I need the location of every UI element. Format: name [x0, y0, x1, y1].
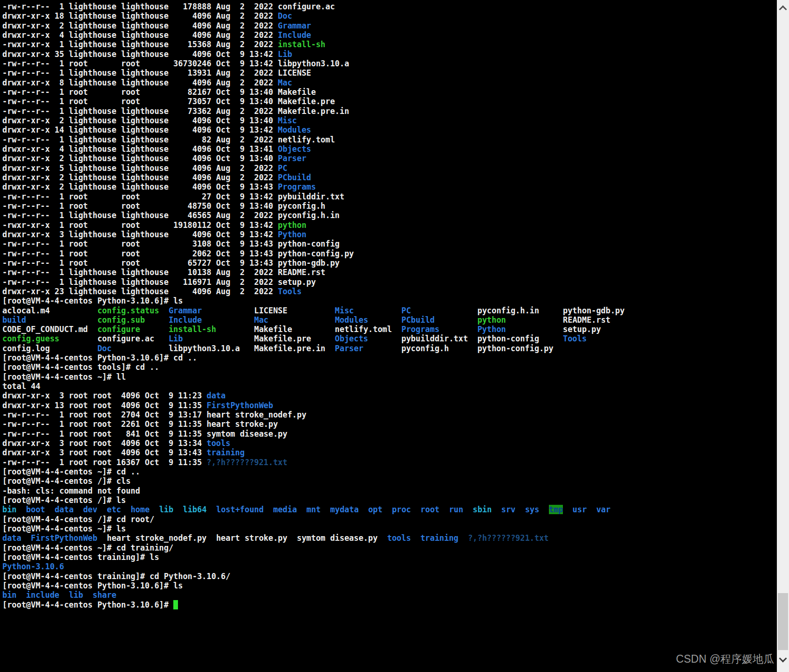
chevron-down-icon[interactable]: [779, 655, 787, 663]
terminal-line: [root@VM-4-4-centos ~]# cd ..: [2, 467, 625, 476]
terminal-line: aclocal.m4 config.status Grammar LICENSE…: [2, 306, 625, 315]
terminal-text-segment: [root@VM-4-4-centos ~]# cd ..: [2, 467, 140, 476]
terminal-line: -rw-r--r-- 1 root root 48750 Oct 9 13:40…: [2, 201, 625, 211]
terminal-text-segment: config.sub: [97, 315, 145, 325]
terminal-text-segment: Lib: [169, 334, 183, 343]
terminal-line: [root@VM-4-4-centos Python-3.10.6]# cd .…: [2, 353, 625, 362]
terminal-text-segment: [root@VM-4-4-centos training]# ls: [2, 552, 159, 562]
terminal-text-segment: [539, 505, 548, 514]
terminal-line: -rw-r--r-- 1 lighthouse lighthouse 82 Au…: [2, 135, 625, 144]
terminal-text-segment: Parser: [335, 344, 363, 353]
terminal-text-segment: [173, 505, 183, 514]
terminal-text-segment: etc: [107, 505, 121, 514]
terminal-text-segment: config.status: [97, 306, 159, 315]
terminal-text-segment: drwxr-xr-x 8 lighthouse lighthouse 4096 …: [2, 78, 278, 87]
terminal-line: -rw-r--r-- 1 root root 65727 Oct 9 13:43…: [2, 258, 625, 268]
terminal-text-segment: training: [420, 533, 458, 543]
terminal-text-segment: Programs: [401, 325, 439, 334]
terminal-text-segment: CODE_OF_CONDUCT.md: [2, 325, 97, 334]
terminal-output: -rw-r--r-- 1 lighthouse lighthouse 17888…: [2, 2, 625, 609]
terminal-line: drwxr-xr-x 2 lighthouse lighthouse 4096 …: [2, 116, 625, 125]
terminal-text-segment: ?,?h??????921.txt: [468, 533, 549, 543]
terminal-text-segment: [45, 505, 55, 514]
terminal-text-segment: opt: [368, 505, 383, 514]
terminal-text-segment: drwxr-xr-x 14 lighthouse lighthouse 4096…: [2, 125, 278, 134]
terminal-text-segment: boot: [26, 505, 45, 514]
terminal-text-segment: -rw-r--r-- 1 root root 65727 Oct 9 13:43…: [2, 258, 340, 268]
terminal-text-segment: Tools: [278, 287, 302, 296]
terminal-line: [root@VM-4-4-centos Python-3.10.6]# ls: [2, 296, 625, 305]
terminal-line: -rw-r--r-- 1 root root 27 Oct 9 13:42 py…: [2, 192, 625, 201]
terminal-text-segment: [563, 505, 572, 514]
terminal-text-segment: setup.py: [506, 325, 601, 334]
terminal-line: -rwxr-xr-x 1 root root 19180112 Oct 9 13…: [2, 220, 625, 230]
terminal-text-segment: -rw-r--r-- 1 lighthouse lighthouse 82 Au…: [2, 135, 335, 144]
terminal-line: config.log Doc libpython3.10.a Makefile.…: [2, 344, 625, 353]
terminal-text-segment: [434, 315, 477, 325]
terminal-text-segment: [263, 505, 273, 514]
terminal-text-segment: [297, 505, 306, 514]
terminal-text-segment: mnt: [306, 505, 321, 514]
terminal-text-segment: [440, 505, 449, 514]
terminal-line: [root@VM-4-4-centos ~]# ll: [2, 372, 625, 382]
terminal-text-segment: install-sh: [169, 325, 216, 334]
terminal-text-segment: -rw-r--r-- 1 root root 841 Oct 9 11:35 s…: [2, 429, 287, 439]
terminal-text-segment: drwxr-xr-x 5 lighthouse lighthouse 4096 …: [2, 163, 278, 173]
terminal-text-segment: [368, 315, 401, 325]
terminal-text-segment: Makefile netlify.toml: [216, 325, 402, 334]
terminal-text-segment: ?,?h??????921.txt: [206, 458, 287, 467]
terminal-text-segment: -rwxr-xr-x 1 root root 19180112 Oct 9 13…: [2, 220, 278, 230]
terminal-text-segment: [140, 325, 169, 334]
terminal-text-segment: Tools: [563, 334, 587, 343]
terminal-text-segment: python: [278, 220, 306, 230]
terminal-text-segment: configure.ac: [59, 334, 169, 343]
terminal-line: drwxr-xr-x 3 root root 4096 Oct 9 13:34 …: [2, 439, 625, 448]
terminal-text-segment: tools: [387, 533, 411, 543]
terminal-text-segment: -rw-r--r-- 1 lighthouse lighthouse 46565…: [2, 211, 340, 220]
terminal-line: [root@VM-4-4-centos /]# cd root/: [2, 515, 625, 524]
terminal-line: -rw-r--r-- 1 root root 82167 Oct 9 13:40…: [2, 87, 625, 97]
chevron-up-icon[interactable]: [779, 6, 787, 14]
terminal-line: drwxr-xr-x 2 lighthouse lighthouse 4096 …: [2, 182, 625, 191]
terminal-text-segment: Python: [278, 230, 306, 239]
terminal-text-segment: lost+found: [216, 505, 264, 514]
terminal-text-segment: -rw-r--r-- 1 root root 48750 Oct 9 13:40…: [2, 201, 326, 211]
terminal-text-segment: lib: [159, 505, 174, 514]
terminal-text-segment: drwxr-xr-x 2 lighthouse lighthouse 4096 …: [2, 173, 278, 182]
terminal-text-segment: [root@VM-4-4-centos /]# ls: [2, 495, 126, 505]
terminal-text-segment: [359, 505, 368, 514]
terminal-text-segment: Include: [278, 30, 311, 40]
terminal-text-segment: PC: [401, 306, 411, 315]
terminal-text-segment: drwxr-xr-x 3 root root 4096 Oct 9 13:43: [2, 448, 206, 457]
terminal-line: -rw-r--r-- 1 lighthouse lighthouse 46565…: [2, 211, 625, 220]
terminal-text-segment: PC: [278, 163, 287, 173]
terminal-text-segment: python: [477, 315, 506, 325]
terminal-text-segment: [root@VM-4-4-centos Python-3.10.6]# ls: [2, 296, 183, 305]
terminal-line: drwxr-xr-x 3 root root 4096 Oct 9 11:23 …: [2, 391, 625, 400]
terminal-text-segment: [440, 325, 477, 334]
text-cursor: [173, 600, 178, 609]
terminal-text-segment: Doc: [97, 344, 112, 353]
terminal-text-segment: Misc: [278, 116, 297, 125]
terminal-text-segment: [root@VM-4-4-centos ~]# ls: [2, 524, 126, 533]
terminal-line: [root@VM-4-4-centos training]# ls: [2, 552, 625, 562]
scrollbar-thumb[interactable]: [778, 593, 788, 650]
terminal-line: [root@VM-4-4-centos ~]# cd training/: [2, 543, 625, 552]
terminal-line: -rw-r--r-- 1 root root 16367 Oct 9 11:35…: [2, 458, 625, 467]
terminal-text-segment: total 44: [2, 382, 40, 391]
terminal-text-segment: Include: [169, 315, 202, 325]
terminal-text-segment: [321, 505, 330, 514]
terminal-text-segment: training: [206, 448, 244, 457]
terminal-text-segment: [411, 505, 420, 514]
terminal-text-segment: [root@VM-4-4-centos tools]# cd ..: [2, 362, 159, 372]
terminal-text-segment: [17, 505, 26, 514]
terminal-text-segment: pyconfig.h.in python-gdb.py: [411, 306, 625, 315]
terminal-text-segment: sbin: [473, 505, 492, 514]
terminal-line: -rw-r--r-- 1 lighthouse lighthouse 10138…: [2, 268, 625, 277]
terminal-text-segment: data: [2, 533, 21, 543]
terminal-text-segment: bin: [2, 590, 17, 600]
terminal-text-segment: -rw-r--r-- 1 root root 27 Oct 9 13:42 py…: [2, 192, 344, 201]
terminal-line: data FirstPythonWeb heart stroke_nodef.p…: [2, 533, 625, 543]
terminal-text-segment: sys: [525, 505, 540, 514]
scrollbar[interactable]: [777, 0, 789, 672]
